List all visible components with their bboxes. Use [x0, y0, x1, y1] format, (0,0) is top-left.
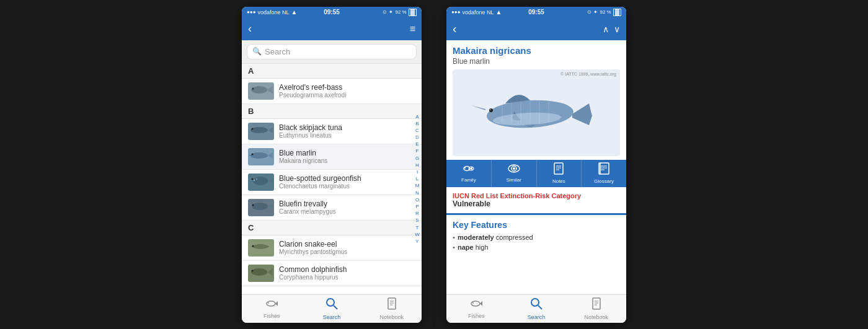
fish-text-bluemarlin: Blue marlin Makaira nigricans [279, 149, 415, 164]
svg-point-25 [327, 299, 334, 306]
svg-point-24 [268, 302, 269, 304]
alpha-m[interactable]: M [414, 182, 420, 189]
family-label: Family [461, 177, 476, 183]
alpha-b[interactable]: B [414, 120, 420, 126]
notebook-label-left: Notebook [379, 314, 404, 320]
svg-point-60 [472, 302, 474, 304]
alpha-f[interactable]: F [414, 147, 420, 154]
similar-icon [507, 164, 521, 176]
battery-pct-left: 92 % [395, 9, 406, 15]
list-item-dolphinfish[interactable]: Common dolphinfish Coryphaena hippurus [242, 261, 422, 286]
tab-search-left[interactable]: Search [302, 295, 362, 323]
status-right: ⊙ ✦ 92 % ▓ [383, 9, 417, 16]
fish-name-bluemarlin: Blue marlin [279, 149, 415, 157]
status-right-left: ●●● vodafone NL ▲ [451, 9, 502, 15]
back-button-right[interactable]: ‹ [453, 22, 457, 36]
svg-point-48 [513, 167, 515, 170]
section-header-c: C [242, 221, 422, 235]
fish-scientific-axelrod: Pseudogramma axelrodi [279, 92, 415, 99]
alpha-g[interactable]: G [414, 154, 420, 161]
alpha-r[interactable]: R [414, 210, 420, 217]
alpha-a[interactable]: A [414, 113, 420, 120]
fish-name-clarion: Clarion snake-eel [279, 240, 415, 248]
alpha-l[interactable]: L [414, 175, 420, 182]
svg-point-5 [252, 128, 254, 129]
svg-marker-32 [572, 103, 592, 125]
notebook-label-right: Notebook [584, 314, 608, 320]
svg-rect-49 [554, 163, 563, 174]
alpha-p[interactable]: P [414, 203, 420, 210]
back-button-left[interactable]: ‹ [248, 22, 252, 35]
list-item-clarion[interactable]: Clarion snake-eel Myrichthys pantostigmu… [242, 235, 422, 261]
detail-tab-family[interactable]: Family [446, 160, 492, 187]
alpha-w[interactable]: W [414, 230, 420, 237]
detail-nav-bar: ‹ ∧ ∨ [446, 18, 626, 40]
time-left: 09:55 [324, 9, 340, 15]
tab-fishes-right[interactable]: Fishes [446, 295, 507, 323]
tab-notebook-right[interactable]: Notebook [566, 295, 626, 323]
fishes-icon-right [470, 299, 482, 312]
tab-search-right[interactable]: Search [507, 295, 567, 323]
search-input-container[interactable]: 🔍 Search [247, 44, 417, 59]
alpha-h[interactable]: H [414, 162, 420, 169]
fish-common-title: Blue marlin [446, 57, 626, 69]
feature-item-1: moderately compressed [446, 232, 626, 242]
status-right-right: ⊙ ✦ 92 % ▓ [587, 9, 621, 16]
list-item-bluespotted[interactable]: Blue-spotted surgeonfish Ctenochaetus ma… [242, 170, 422, 195]
list-item-axelrod[interactable]: Axelrod's reef-bass Pseudogramma axelrod… [242, 79, 422, 104]
svg-point-3 [250, 127, 268, 133]
svg-marker-43 [470, 167, 472, 170]
alpha-d[interactable]: D [414, 134, 420, 141]
svg-rect-27 [388, 298, 396, 309]
detail-tabs: Family Similar [446, 160, 626, 187]
nav-arrows: ∧ ∨ [603, 24, 620, 34]
svg-point-21 [252, 270, 254, 271]
alpha-e[interactable]: E [414, 141, 420, 147]
svg-point-12 [254, 179, 255, 180]
tab-fishes-left[interactable]: Fishes [242, 295, 302, 323]
feature-bold-1: moderately [458, 234, 494, 241]
fishes-icon-left [265, 299, 278, 312]
svg-marker-11 [268, 178, 273, 183]
notes-label: Notes [552, 178, 565, 184]
fish-image-area: © IATTC 1999, www.iattc.org [453, 69, 620, 156]
alpha-o[interactable]: O [414, 196, 420, 203]
fish-scientific-bluespotted: Ctenochaetus marginatus [279, 183, 415, 190]
alpha-n[interactable]: N [414, 189, 420, 196]
detail-tab-glossary[interactable]: Glossary [582, 160, 626, 187]
list-item-blackskipjack[interactable]: Black skipjack tuna Euthynnus lineatus [242, 119, 422, 144]
up-arrow-button[interactable]: ∧ [603, 24, 609, 34]
fish-thumb-bluefin [248, 199, 274, 216]
detail-tab-notes[interactable]: Notes [537, 160, 582, 187]
svg-point-22 [267, 301, 275, 306]
down-arrow-button[interactable]: ∨ [614, 24, 620, 34]
detail-tab-similar[interactable]: Similar [492, 160, 537, 187]
notebook-icon-left [387, 297, 397, 313]
search-bar: 🔍 Search [242, 40, 422, 64]
list-item-bluemarlin[interactable]: Blue marlin Makaira nigricans [242, 144, 422, 170]
phone-right: ●●● vodafone NL ▲ 09:55 ⊙ ✦ 92 % ▓ ‹ ∧ ∨ [446, 7, 626, 323]
search-label-left: Search [323, 314, 341, 320]
alpha-y[interactable]: Y [414, 238, 420, 245]
tab-bar-left: Fishes Search [242, 294, 422, 323]
alpha-c[interactable]: C [414, 127, 420, 134]
alpha-s[interactable]: S [414, 217, 420, 224]
svg-line-62 [538, 305, 542, 309]
alpha-i[interactable]: I [414, 169, 420, 175]
carrier-left: vodafone NL [258, 9, 290, 15]
svg-marker-16 [267, 203, 273, 209]
camera-icon-left: ⊙ [383, 9, 387, 15]
svg-marker-7 [268, 152, 273, 159]
fish-text-axelrod: Axelrod's reef-bass Pseudogramma axelrod… [279, 83, 415, 99]
list-item-bluefin[interactable]: Bluefin trevally Caranx melampygus [242, 195, 422, 221]
time-right: 09:55 [528, 9, 544, 15]
alpha-t[interactable]: T [414, 224, 420, 230]
filter-button-left[interactable]: ≡ [410, 24, 415, 35]
detail-content: Makaira nigricans Blue marlin © IATTC 19… [446, 40, 626, 294]
svg-point-40 [490, 109, 491, 110]
tab-notebook-left[interactable]: Notebook [361, 295, 422, 323]
fish-name-blackskipjack: Black skipjack tuna [279, 123, 415, 132]
alphabet-index: A B C D E F G H I L M N O P R S T W Y [414, 113, 420, 245]
svg-point-19 [251, 268, 267, 276]
svg-point-61 [531, 299, 539, 306]
